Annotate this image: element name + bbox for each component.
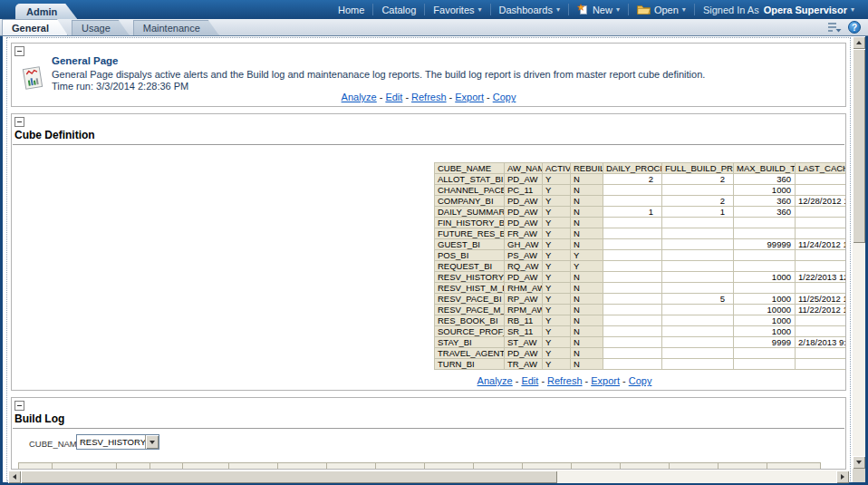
cube-name-select[interactable]: RESV_HISTORY_BI xyxy=(76,434,159,450)
table-cell: N xyxy=(571,305,603,315)
table-cell xyxy=(603,239,662,250)
chevron-down-icon: ▾ xyxy=(616,5,620,14)
table-cell xyxy=(662,239,734,250)
table-cell: N xyxy=(571,326,603,337)
edit-link[interactable]: Edit xyxy=(521,375,538,386)
table-cell xyxy=(603,305,662,315)
nav-new[interactable]: New xyxy=(593,5,612,15)
table-cell xyxy=(734,218,796,228)
export-link[interactable]: Export xyxy=(591,375,620,386)
chevron-down-icon: ▾ xyxy=(851,5,854,14)
clipped-row-cell xyxy=(669,462,719,470)
table-cell xyxy=(796,174,846,185)
table-cell: N xyxy=(571,174,603,185)
table-cell: RESV_HISTORY_BI xyxy=(435,272,505,283)
table-cell: CHANNEL_PACE_BI xyxy=(435,185,505,196)
clipped-row-cell xyxy=(424,462,474,470)
clipped-row-cell xyxy=(620,462,670,470)
copy-link[interactable]: Copy xyxy=(629,375,652,386)
table-cell: PD_AW xyxy=(505,348,543,359)
report-actions: Analyze-Edit-Refresh-Export-Copy xyxy=(284,375,845,386)
horizontal-scrollbar[interactable] xyxy=(8,470,849,483)
table-cell: Y xyxy=(571,261,603,272)
select-dropdown-button[interactable] xyxy=(145,435,159,449)
column-header: MAX_BUILD_TIME xyxy=(734,163,796,174)
table-cell xyxy=(603,283,662,294)
table-cell: 1000 xyxy=(734,185,796,196)
vertical-scroll-thumb[interactable] xyxy=(853,49,865,243)
link-separator: - xyxy=(380,92,383,102)
table-cell: 1000 xyxy=(734,326,796,337)
clipped-row-cell xyxy=(228,462,278,470)
page-options-icon[interactable] xyxy=(827,21,842,34)
table-cell: N xyxy=(571,283,603,294)
refresh-link[interactable]: Refresh xyxy=(411,92,447,102)
signed-in-user[interactable]: Opera Supervisor xyxy=(764,5,847,15)
tab-maintenance[interactable]: Maintenance xyxy=(133,20,219,35)
copy-link[interactable]: Copy xyxy=(493,92,516,102)
table-cell: GH_AW xyxy=(505,239,543,250)
table-row: CHANNEL_PACE_BIPC_11YN1000 xyxy=(435,185,846,196)
table-cell: RESV_PACE_BI xyxy=(435,294,505,305)
collapse-section-icon[interactable] xyxy=(14,117,24,127)
time-run: Time run: 3/3/2014 2:28:36 PM xyxy=(52,81,188,92)
edit-link[interactable]: Edit xyxy=(385,92,402,102)
table-row: REQUEST_BIRQ_AWYY xyxy=(435,261,846,272)
table-cell xyxy=(662,337,734,348)
table-cell xyxy=(796,283,846,294)
table-cell: 2/18/2013 9:31:5 xyxy=(796,337,846,348)
collapse-section-icon[interactable] xyxy=(14,401,24,411)
table-cell: 11/24/2012 12:00 xyxy=(796,239,846,250)
table-row: RESV_PACE_BIRP_AWYN5100011/25/2012 12:00 xyxy=(435,294,846,305)
nav-favorites[interactable]: Favorites xyxy=(433,5,474,15)
table-cell: Y xyxy=(543,294,571,305)
tab-usage[interactable]: Usage xyxy=(72,20,130,35)
clipped-row-cell xyxy=(149,462,183,470)
table-cell: RP_AW xyxy=(505,294,543,305)
table-cell: TR_AW xyxy=(505,359,543,370)
horizontal-scroll-thumb[interactable] xyxy=(21,470,557,483)
help-icon[interactable]: ? xyxy=(848,21,861,34)
table-cell: 12/28/2012 12:00 xyxy=(796,196,846,207)
nav-catalog[interactable]: Catalog xyxy=(381,5,416,15)
signed-in-label: Signed In As xyxy=(703,5,759,15)
column-header: DAILY_PROCESS xyxy=(603,163,662,174)
clipped-row-cell xyxy=(52,462,117,470)
table-cell: TURN_BI xyxy=(435,359,505,370)
vertical-scrollbar[interactable] xyxy=(853,36,865,469)
global-nav: Home Catalog Favorites▾ Dashboards▾ New▾… xyxy=(330,0,863,19)
table-cell: SOURCE_PROF_BI xyxy=(435,326,505,337)
scroll-right-button[interactable] xyxy=(836,470,849,483)
collapse-section-icon[interactable] xyxy=(14,46,24,56)
nav-dashboards[interactable]: Dashboards xyxy=(499,5,553,15)
table-header-row: CUBE_NAMEAW_NAMEACTIVEREBUILDDAILY_PROCE… xyxy=(435,163,846,174)
table-cell: Y xyxy=(543,315,571,326)
scroll-down-button[interactable] xyxy=(853,456,865,469)
analyze-link[interactable]: Analyze xyxy=(477,375,513,386)
table-cell xyxy=(603,359,662,370)
table-cell xyxy=(796,326,846,337)
tab-general[interactable]: General xyxy=(2,19,68,35)
scroll-up-button[interactable] xyxy=(853,36,865,49)
table-cell: 1000 xyxy=(734,272,796,283)
report-actions: Analyze-Edit-Refresh-Export-Copy xyxy=(12,92,845,102)
table-cell: RESV_HIST_M_BI xyxy=(435,283,505,294)
nav-home[interactable]: Home xyxy=(338,5,364,15)
nav-open[interactable]: Open xyxy=(654,5,679,15)
link-separator: - xyxy=(541,375,545,386)
table-cell: Y xyxy=(543,348,571,359)
clipped-row-cell xyxy=(571,462,621,470)
table-row: TRAVEL_AGENT_BIPD_AWYN xyxy=(435,348,846,359)
table-cell: 5 xyxy=(662,294,734,305)
dashboard-title-tab[interactable]: Admin xyxy=(15,4,77,19)
scroll-left-button[interactable] xyxy=(8,470,21,483)
table-row: RESV_HISTORY_BIPD_AWYN10001/22/2013 12:0… xyxy=(435,272,846,283)
refresh-link[interactable]: Refresh xyxy=(547,375,583,386)
table-cell xyxy=(662,305,734,315)
clipped-row-cell xyxy=(375,462,425,470)
table-cell xyxy=(603,218,662,228)
export-link[interactable]: Export xyxy=(455,92,484,102)
analyze-link[interactable]: Analyze xyxy=(342,92,377,102)
tab-label: Usage xyxy=(82,23,111,34)
table-cell: 2 xyxy=(603,174,662,185)
